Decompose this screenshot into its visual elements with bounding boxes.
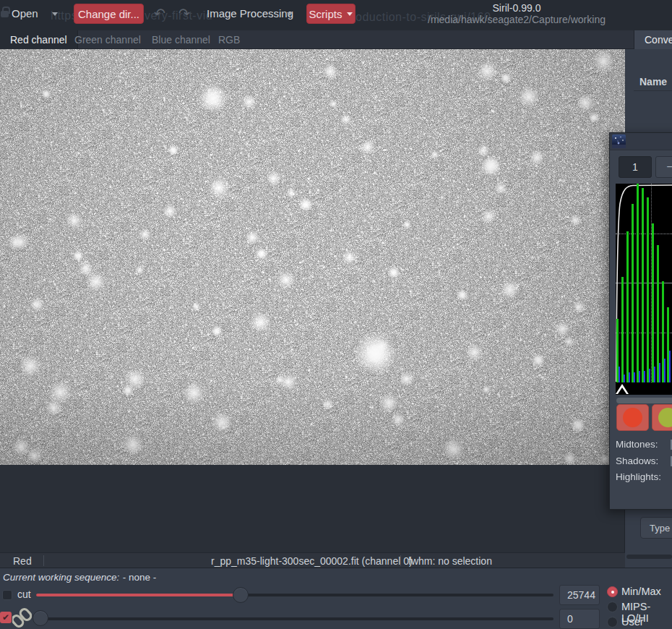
- bottom-control-bar: Current working sequence: - none - cut 2…: [0, 568, 672, 629]
- change-dir-label: Change dir...: [78, 8, 139, 20]
- shadows-marker-inner: [618, 388, 626, 394]
- histogram-scrollbar[interactable]: [616, 398, 672, 403]
- histogram-plot[interactable]: [616, 184, 672, 382]
- scripts-label: Scripts: [309, 8, 343, 20]
- radio-minmax[interactable]: [607, 586, 618, 597]
- redo-icon[interactable]: ↷: [178, 7, 190, 20]
- red-circle-icon: [623, 408, 642, 427]
- tab-label: Red channel: [10, 34, 67, 46]
- open-button[interactable]: Open: [12, 7, 38, 20]
- type-filter-entry[interactable]: Type ": [640, 517, 672, 539]
- statusbar-fwhm: fwhm: no selection: [408, 555, 492, 567]
- highlights-label: Highlights:: [616, 471, 661, 482]
- type-filter-label: Type ": [650, 523, 672, 534]
- siril-application-window: https://di very-first-vid oduction-to-si…: [0, 0, 672, 629]
- scripts-button[interactable]: Scripts: [306, 4, 356, 24]
- tab-green-channel[interactable]: Green channel: [64, 30, 151, 49]
- linked-checkbox[interactable]: ✔: [0, 612, 12, 623]
- open-dropdown-caret-icon[interactable]: [52, 12, 58, 16]
- image-display-area: [0, 49, 625, 568]
- radio-mips-lo-hi[interactable]: [607, 602, 618, 612]
- tab-conversion[interactable]: Conversion: [634, 30, 672, 49]
- scripts-caret-icon: [347, 12, 353, 16]
- midtones-label: Midtones:: [616, 439, 658, 450]
- lo-slider-handle[interactable]: [33, 610, 48, 626]
- red-channel-toggle-button[interactable]: [616, 404, 649, 431]
- ghost-lock-icon: [1, 11, 9, 17]
- shadows-label: Shadows:: [616, 455, 658, 466]
- green-circle-icon: [658, 408, 672, 427]
- change-dir-button[interactable]: Change dir...: [74, 4, 144, 24]
- histogram-marker-strip: [616, 382, 672, 395]
- radio-minmax-label[interactable]: Min/Max: [621, 586, 661, 597]
- image-processing-caret-icon: [287, 12, 293, 16]
- hi-slider-handle[interactable]: [233, 587, 249, 603]
- statusbar-divider: [400, 555, 401, 566]
- channel-spin-value: 1: [632, 161, 638, 173]
- lo-slider-track[interactable]: [36, 617, 553, 620]
- histogram-transformation-window: 1 − Midtones: Shadows:: [609, 132, 672, 510]
- window-subtitle-path: /media/hawk/seagate2/Capture/working: [361, 14, 672, 25]
- tab-label: Conversion: [645, 34, 672, 46]
- tab-rgb[interactable]: RGB: [208, 30, 250, 49]
- hi-value: 25744: [567, 589, 595, 601]
- header-bar: https://di very-first-vid oduction-to-si…: [0, 0, 672, 30]
- image-processing-menu[interactable]: Image Processing: [207, 7, 293, 20]
- tab-label: RGB: [218, 34, 240, 46]
- chainlink-icon[interactable]: [12, 607, 32, 629]
- lo-value-entry[interactable]: 0: [559, 609, 600, 629]
- name-column-header[interactable]: Name: [639, 76, 667, 87]
- sequence-value: - none -: [123, 572, 157, 583]
- minus-label: −: [666, 161, 672, 174]
- lo-value: 0: [567, 613, 573, 625]
- radio-user-label[interactable]: User: [621, 616, 644, 628]
- histogram-window-titlebar[interactable]: [610, 133, 672, 150]
- files-list-header[interactable]: Name: [634, 72, 672, 91]
- hi-value-entry[interactable]: 25744: [559, 585, 600, 605]
- radio-user[interactable]: [607, 617, 618, 628]
- tab-label: Green channel: [74, 34, 141, 46]
- window-title: Siril-0.99.0: [361, 2, 672, 14]
- cut-label: cut: [17, 589, 31, 600]
- spin-minus-button[interactable]: −: [655, 156, 672, 178]
- hi-slider-fill: [36, 594, 241, 596]
- undo-icon[interactable]: ↶: [154, 7, 165, 20]
- siril-window-icon: [612, 134, 626, 151]
- starfield-canvas[interactable]: [0, 49, 625, 465]
- statusbar-channel: Red: [13, 555, 32, 567]
- channel-spinbox[interactable]: 1: [619, 156, 652, 178]
- sequence-label: Current working sequence:: [3, 572, 119, 583]
- statusbar-divider: [43, 555, 44, 566]
- image-statusbar: Red r_pp_m35-light-300sec_00002.fit (cha…: [0, 552, 625, 568]
- cut-checkbox[interactable]: [2, 590, 12, 600]
- statusbar-filename: r_pp_m35-light-300sec_00002.fit (channel…: [211, 555, 413, 567]
- green-channel-toggle-button[interactable]: [652, 404, 672, 431]
- progress-strip: [626, 555, 672, 559]
- channel-tab-strip: Red channel Green channel Blue channel R…: [0, 30, 672, 49]
- tab-label: Blue channel: [152, 34, 210, 46]
